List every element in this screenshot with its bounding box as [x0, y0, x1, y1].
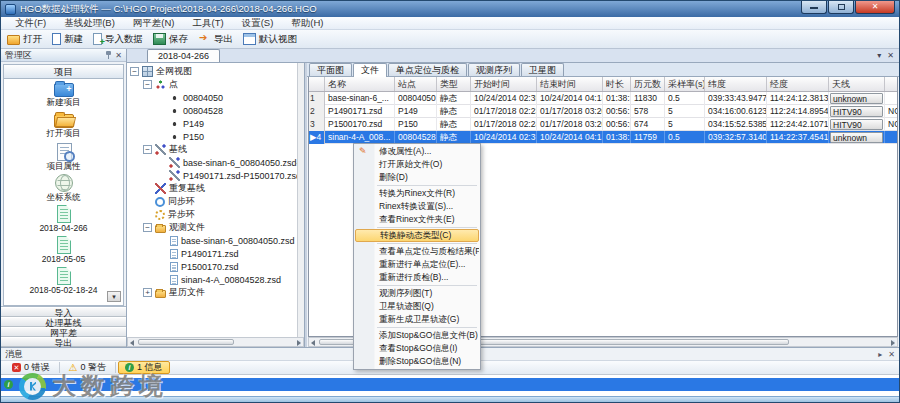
tree-item[interactable]: P149: [127, 117, 297, 130]
tree-item[interactable]: − 点: [127, 78, 297, 91]
menu-item[interactable]: 帮助(H): [283, 17, 331, 30]
tree-item[interactable]: P1490171.zsd-P1500170.zsd: [127, 169, 297, 182]
tree-item[interactable]: P1490171.zsd: [127, 247, 297, 260]
sidebar-close-icon[interactable]: ✕: [115, 51, 122, 60]
tree-expander-icon[interactable]: −: [143, 223, 152, 232]
sidebar-dropdown-button[interactable]: ▾: [107, 291, 121, 302]
table-row[interactable]: 1 base-sinan-6_... 00804050 静态 10/24/201…: [309, 92, 898, 105]
context-menu-item[interactable]: 卫星轨迹图(Q): [355, 300, 479, 313]
context-menu-item[interactable]: 查看单点定位与质检结果(P): [355, 245, 479, 258]
tree-expander-icon[interactable]: +: [143, 288, 152, 297]
tree-item[interactable]: − 观测文件: [127, 221, 297, 234]
scroll-right-icon[interactable]: [297, 340, 301, 346]
minimize-button[interactable]: [801, 1, 827, 14]
messages-close-icon[interactable]: ✕: [888, 350, 895, 359]
antenna-cell[interactable]: HITV90: [829, 105, 885, 118]
warnings-filter-button[interactable]: ⚠ 0 警告: [62, 361, 113, 374]
antenna-cell[interactable]: unknown: [829, 131, 885, 144]
view-tab[interactable]: 卫星图: [521, 63, 564, 76]
sidebar-item[interactable]: 项目属性: [4, 141, 123, 172]
tree-expander-icon[interactable]: −: [130, 67, 139, 76]
column-header[interactable]: 天线: [829, 77, 885, 91]
tree-item[interactable]: base-sinan-6_00804050.zsd-sinan-4-A_0080…: [127, 156, 297, 169]
context-menu-item[interactable]: 转换为Rinex文件(R): [355, 187, 479, 200]
column-header[interactable]: 开始时间: [471, 77, 537, 91]
antenna-dropdown[interactable]: unknown: [830, 93, 883, 104]
context-menu-item[interactable]: 添加Stop&GO信息文件(B): [355, 329, 479, 342]
tree-item[interactable]: 00804528: [127, 104, 297, 117]
tab-list-dropdown-icon[interactable]: ▾: [877, 51, 881, 60]
close-button[interactable]: ✕: [855, 1, 895, 14]
context-menu-item[interactable]: 查看Stop&GO信息(I): [355, 342, 479, 355]
tab-close-icon[interactable]: ✕: [887, 51, 894, 60]
tree-item[interactable]: 异步环: [127, 208, 297, 221]
antenna-cell[interactable]: HITV90: [829, 118, 885, 131]
table-row[interactable]: 3 P1500170.zsd P150 静态 01/17/2018 02:24.…: [309, 118, 898, 131]
column-header[interactable]: 纬度: [705, 77, 767, 91]
sidebar-item[interactable]: 2018-04-266: [4, 203, 123, 234]
sidebar-item[interactable]: 新建项目: [4, 79, 123, 110]
maximize-button[interactable]: [828, 1, 854, 14]
column-header[interactable]: 历元数: [631, 77, 665, 91]
scroll-left-icon[interactable]: [130, 340, 134, 346]
tree-item[interactable]: − 基线: [127, 143, 297, 156]
context-menu-item[interactable]: Rinex转换设置(S)...: [355, 200, 479, 213]
menu-item[interactable]: 设置(S): [234, 17, 282, 30]
errors-filter-button[interactable]: ✕ 0 错误: [5, 361, 57, 374]
tree-horizontal-scrollbar[interactable]: [127, 337, 304, 347]
tree-item[interactable]: P150: [127, 130, 297, 143]
scroll-right-icon[interactable]: [891, 340, 895, 346]
antenna-dropdown[interactable]: unknown: [830, 132, 883, 143]
column-header[interactable]: 结束时间: [537, 77, 603, 91]
antenna-dropdown[interactable]: HITV90: [830, 119, 883, 130]
sidebar-action-button[interactable]: 网平差: [1, 327, 126, 337]
view-tab[interactable]: 观测序列: [468, 63, 520, 76]
sidebar-action-button[interactable]: 导入: [1, 307, 126, 317]
tree-item[interactable]: base-sinan-6_00804050.zsd: [127, 234, 297, 247]
view-tab[interactable]: 文件: [353, 63, 387, 77]
scroll-left-icon[interactable]: [311, 340, 315, 346]
menu-item[interactable]: 文件(F): [7, 17, 54, 30]
sidebar-item[interactable]: 2018-05-02-18-24: [4, 265, 123, 296]
antenna-cell[interactable]: unknown: [829, 92, 885, 105]
toolbar-button[interactable]: 打开: [7, 33, 42, 46]
context-menu-item[interactable]: 重新进行单点定位(E)...: [355, 258, 479, 271]
tree-expander-icon[interactable]: −: [143, 80, 152, 89]
toolbar-button[interactable]: 保存: [153, 33, 188, 46]
column-header[interactable]: [885, 77, 898, 91]
antenna-dropdown[interactable]: HITV90: [830, 106, 883, 117]
document-tab[interactable]: 2018-04-266: [147, 49, 220, 62]
sidebar-action-button[interactable]: 处理基线: [1, 317, 126, 327]
context-menu-item[interactable]: 观测序列图(T): [355, 287, 479, 300]
context-menu-item[interactable]: 删除Stop&GO信息(N): [355, 355, 479, 368]
context-menu-item[interactable]: 查看Rinex文件夹(E): [355, 213, 479, 226]
tree-item[interactable]: − 全网视图: [127, 65, 297, 78]
tree-item[interactable]: P1500170.zsd: [127, 260, 297, 273]
sidebar-item[interactable]: 2018-05-05: [4, 234, 123, 265]
tree-expander-icon[interactable]: −: [143, 145, 152, 154]
sidebar-item[interactable]: 坐标系统: [4, 172, 123, 203]
menu-item[interactable]: 基线处理(B): [56, 17, 123, 30]
tree-item[interactable]: sinan-4-A_00804528.zsd: [127, 273, 297, 286]
column-header[interactable]: 名称: [325, 77, 395, 91]
context-menu-item[interactable]: 重新进行质检(B)...: [355, 271, 479, 284]
toolbar-button[interactable]: 默认视图: [243, 33, 297, 46]
column-header[interactable]: 站点: [395, 77, 437, 91]
context-menu-item[interactable]: 重新生成卫星轨迹(G): [355, 313, 479, 326]
sidebar-action-button[interactable]: 导出: [1, 337, 126, 347]
sidebar-item[interactable]: 打开项目: [4, 110, 123, 141]
toolbar-button[interactable]: 导入数据: [93, 33, 143, 46]
context-menu-item[interactable]: 打开原始文件(O): [355, 158, 479, 171]
column-header[interactable]: 类型: [437, 77, 471, 91]
info-filter-button[interactable]: i 1 信息: [118, 361, 170, 374]
view-tab[interactable]: 平面图: [309, 63, 352, 76]
tree-item[interactable]: 同步环: [127, 195, 297, 208]
tree-item[interactable]: 重复基线: [127, 182, 297, 195]
table-row[interactable]: 2 P1490171.zsd P149 静态 01/17/2018 02:23.…: [309, 105, 898, 118]
message-row[interactable]: i: [1, 378, 899, 391]
column-header[interactable]: 采样率(s): [665, 77, 705, 91]
context-menu-item[interactable]: 转换静动态类型(C): [355, 229, 479, 242]
pin-icon[interactable]: [105, 51, 112, 59]
messages-pin-icon[interactable]: ▸: [878, 350, 882, 359]
scrollbar-thumb[interactable]: [138, 339, 234, 345]
